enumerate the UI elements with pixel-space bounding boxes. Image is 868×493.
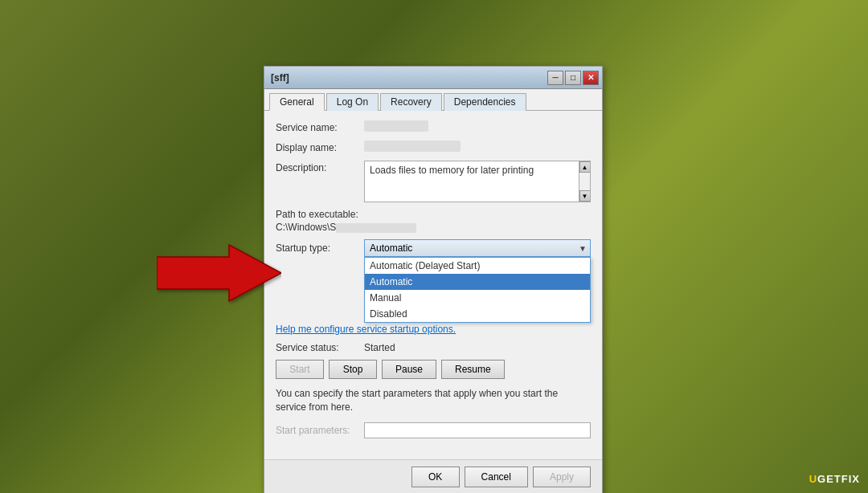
dialog-footer: OK Cancel Apply	[264, 459, 602, 493]
title-bar-buttons: ─ □ ✕	[547, 71, 599, 85]
description-label: Description:	[276, 161, 364, 173]
watermark-fix: GETFIX	[817, 473, 860, 485]
dropdown-arrow-icon: ▼	[579, 244, 587, 253]
start-params-label: Start parameters:	[276, 425, 364, 436]
dropdown-selected[interactable]: Automatic ▼	[364, 239, 591, 257]
info-text: You can specify the start parameters tha…	[276, 387, 591, 414]
arrow-indicator	[157, 241, 281, 308]
desktop: [sff] ─ □ ✕ General Log On Recovery Depe…	[0, 0, 868, 493]
description-text: Loads files to memory for later printing	[370, 165, 534, 176]
path-row: Path to executable: C:\Windows\S	[276, 209, 591, 233]
start-params-row: Start parameters:	[276, 422, 591, 438]
dropdown-item-automatic[interactable]: Automatic	[365, 274, 590, 290]
startup-dropdown-list: Automatic (Delayed Start) Automatic Manu…	[364, 257, 591, 323]
maximize-button[interactable]: □	[565, 71, 581, 85]
path-label: Path to executable:	[276, 209, 591, 220]
service-properties-dialog: [sff] ─ □ ✕ General Log On Recovery Depe…	[264, 66, 603, 493]
watermark: UGETFIX	[809, 473, 860, 485]
tab-recovery[interactable]: Recovery	[380, 93, 442, 111]
resume-button[interactable]: Resume	[441, 360, 505, 379]
path-value: C:\Windows\S	[276, 222, 591, 233]
help-row: Help me configure service startup option…	[276, 321, 591, 336]
service-name-row: Service name:	[276, 120, 591, 134]
svg-marker-0	[157, 245, 281, 301]
startup-type-row: Startup type: Automatic ▼ Automatic (Del…	[276, 239, 591, 257]
tab-dependencies[interactable]: Dependencies	[444, 93, 526, 111]
start-params-input[interactable]	[364, 422, 591, 438]
service-name-blurred	[364, 120, 428, 132]
startup-type-label: Startup type:	[276, 242, 364, 254]
close-button[interactable]: ✕	[583, 71, 599, 85]
service-status-value: Started	[364, 342, 395, 353]
description-row: Description: Loads files to memory for l…	[276, 161, 591, 202]
title-bar: [sff] ─ □ ✕	[264, 67, 602, 89]
stop-button[interactable]: Stop	[329, 360, 377, 379]
service-name-value	[364, 120, 591, 134]
tab-logon[interactable]: Log On	[326, 93, 379, 111]
service-status-row: Service status: Started	[276, 342, 591, 353]
startup-type-dropdown[interactable]: Automatic ▼ Automatic (Delayed Start) Au…	[364, 239, 591, 257]
display-name-label: Display name:	[276, 141, 364, 153]
description-box: Loads files to memory for later printing…	[364, 161, 591, 202]
dialog-content: Service name: Display name: Description:…	[264, 111, 602, 459]
scroll-up-button[interactable]: ▲	[579, 161, 591, 173]
cancel-button[interactable]: Cancel	[465, 467, 528, 487]
tabs-bar: General Log On Recovery Dependencies	[264, 89, 602, 111]
display-name-row: Display name:	[276, 141, 591, 154]
tab-general[interactable]: General	[269, 93, 325, 111]
title-bar-text: [sff]	[271, 72, 289, 84]
start-button[interactable]: Start	[276, 360, 324, 379]
dropdown-item-disabled[interactable]: Disabled	[365, 306, 590, 322]
pause-button[interactable]: Pause	[382, 360, 436, 379]
apply-button[interactable]: Apply	[533, 467, 591, 487]
dropdown-item-manual[interactable]: Manual	[365, 290, 590, 306]
watermark-u: U	[809, 473, 817, 485]
ok-button[interactable]: OK	[411, 467, 460, 487]
scroll-down-button[interactable]: ▼	[579, 190, 591, 202]
path-blurred	[336, 223, 416, 233]
dropdown-item-delayed[interactable]: Automatic (Delayed Start)	[365, 258, 590, 274]
service-buttons-row: Start Stop Pause Resume	[276, 360, 591, 379]
display-name-value	[364, 141, 591, 154]
display-name-blurred	[364, 141, 461, 152]
service-name-label: Service name:	[276, 120, 364, 133]
minimize-button[interactable]: ─	[547, 71, 563, 85]
help-link[interactable]: Help me configure service startup option…	[276, 324, 456, 335]
service-status-label: Service status:	[276, 342, 364, 353]
description-scrollbar: ▲ ▼	[579, 161, 590, 202]
